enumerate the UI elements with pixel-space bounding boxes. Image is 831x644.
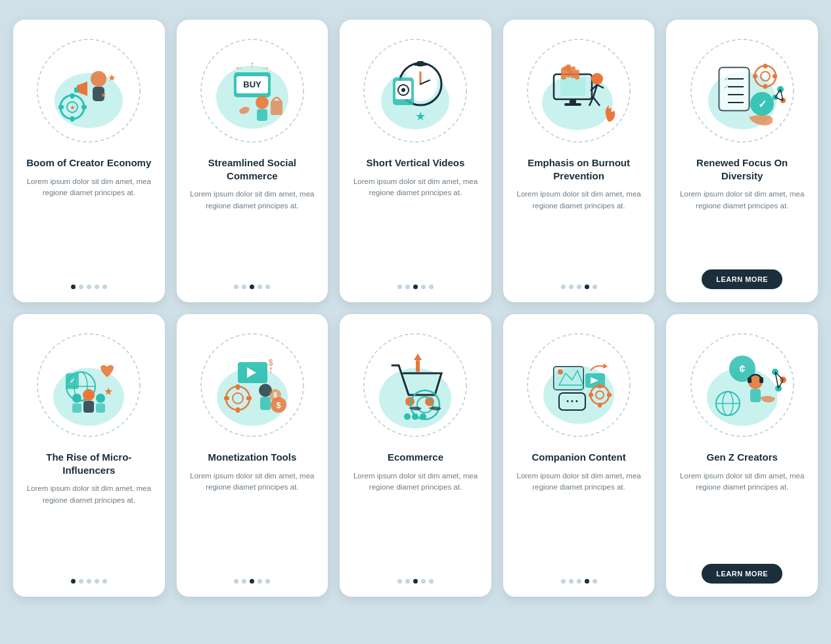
card-desc-micro-influencers: Lorem ipsum dolor sit dim amet, mea regi… [24,483,154,570]
svg-rect-12 [74,87,78,93]
card-icon-social-commerce: BUY ← → ↑ [193,32,311,150]
svg-text:★: ★ [104,386,113,397]
learn-more-button-gen-z[interactable]: LEARN MORE [702,564,782,584]
dot [577,579,581,584]
card-dots-vertical-videos [397,285,434,289]
svg-text:↑: ↑ [250,59,254,70]
card-dots-ecommerce [397,579,434,584]
dot [258,579,262,584]
learn-more-button-diversity[interactable]: LEARN MORE [702,269,782,289]
card-companion-content: • • • Companion Content Lorem ipsum dolo… [503,314,655,597]
svg-rect-88 [83,401,94,413]
card-social-commerce: BUY ← → ↑ Streamlined Social Commerce Lo… [177,20,328,302]
card-dots-monetization-tools [234,579,270,584]
svg-rect-70 [753,74,757,78]
dot [265,579,270,584]
svg-text:→: → [261,62,270,73]
dot [561,579,566,584]
svg-text:✓: ✓ [724,84,729,90]
svg-text:$: $ [277,401,281,410]
card-desc-burnout-prevention: Lorem ipsum dolor sit dim amet, mea regi… [514,189,644,275]
svg-text:←: ← [235,62,244,73]
card-burnout-prevention: Emphasis on Burnout Prevention Lorem ips… [503,20,655,302]
card-dots-social-commerce [234,285,270,289]
dot [593,285,597,289]
dot [421,579,426,584]
dot [429,285,434,289]
svg-rect-103 [236,407,240,413]
svg-rect-6 [58,105,64,109]
dot [95,285,99,289]
svg-rect-53 [566,64,571,78]
card-icon-creator-economy: ★ ★ ★ [30,32,148,150]
card-dots-companion-content [561,579,597,584]
dot [397,579,402,584]
dot [102,579,107,584]
svg-text:★: ★ [108,72,116,83]
dot [577,285,581,289]
card-title-micro-influencers: The Rise of Micro-Influencers [24,451,154,476]
svg-marker-116 [414,354,422,360]
dot [250,285,254,289]
svg-rect-102 [236,384,240,390]
dot [569,285,573,289]
dot [250,579,254,584]
svg-rect-146 [759,377,763,383]
svg-rect-52 [561,68,566,80]
card-title-ecommerce: Ecommerce [388,451,443,464]
dot [71,285,76,289]
svg-point-38 [401,88,405,92]
dot [265,285,270,289]
svg-text:★: ★ [70,104,76,111]
svg-rect-90 [72,403,81,413]
svg-rect-5 [70,116,74,122]
dot [79,579,83,584]
svg-point-9 [91,71,106,87]
card-desc-companion-content: Lorem ipsum dolor sit dim amet, mea regi… [514,471,644,570]
card-title-burnout-prevention: Emphasis on Burnout Prevention [514,156,644,182]
svg-text:$: $ [269,358,273,367]
card-dots-creator-economy [71,285,107,289]
svg-rect-45 [564,103,581,106]
card-title-gen-z-creators: Gen Z Creators [707,451,778,464]
svg-text:• • •: • • • [566,397,578,405]
dot [413,285,418,289]
card-title-vertical-videos: Short Vertical Videos [367,156,465,170]
dot [71,579,76,584]
svg-rect-136 [598,403,602,407]
card-desc-monetization-tools: Lorem ipsum dolor sit dim amet, mea regi… [187,471,318,570]
cards-grid: ★ ★ ★ Boom of Creator Economy Lorem ipsu… [13,20,818,597]
svg-rect-104 [224,396,229,400]
card-icon-vertical-videos: ★ [356,32,474,150]
svg-rect-43 [560,78,585,96]
svg-point-120 [404,413,411,420]
svg-point-128 [558,369,563,375]
svg-rect-105 [246,396,252,400]
dot [95,579,99,584]
svg-text:★: ★ [101,91,106,99]
dot [585,285,589,289]
dot [413,579,418,584]
svg-rect-92 [96,403,105,413]
card-bottom-diversity: LEARN MORE [677,269,807,289]
dot [87,579,91,584]
dot [569,579,573,584]
svg-rect-135 [598,384,602,388]
card-title-creator-economy: Boom of Creator Economy [26,156,151,170]
dot [234,285,238,289]
card-vertical-videos: ★ Short Vertical Videos Lorem ipsum dolo… [340,20,491,302]
card-micro-influencers: ✓ ★ The Rise of Micro-Influencers Lorem … [13,314,165,597]
svg-text:✓: ✓ [70,377,75,384]
svg-text:✓: ✓ [757,99,766,110]
card-title-diversity: Renewed Focus On Diversity [677,156,807,182]
svg-point-89 [72,394,81,403]
card-title-social-commerce: Streamlined Social Commerce [187,156,318,182]
card-icon-ecommerce [356,326,474,444]
dot [561,285,566,289]
card-desc-gen-z-creators: Lorem ipsum dolor sit dim amet, mea regi… [677,471,807,555]
dot [429,579,434,584]
card-dots-micro-influencers [71,579,107,584]
card-monetization-tools: ↑ $ $ $ Monetization Tools Lor [177,314,328,597]
card-icon-micro-influencers: ✓ ★ [30,326,148,444]
card-desc-social-commerce: Lorem ipsum dolor sit dim amet, mea regi… [187,189,318,275]
